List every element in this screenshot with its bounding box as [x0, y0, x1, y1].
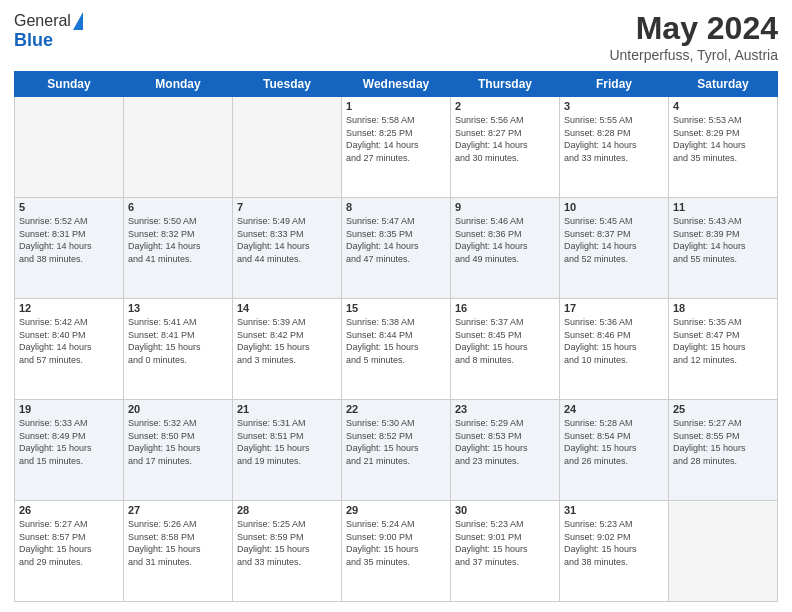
calendar-header-saturday: Saturday [669, 72, 778, 97]
calendar-header-tuesday: Tuesday [233, 72, 342, 97]
day-number: 21 [237, 403, 337, 415]
day-number: 3 [564, 100, 664, 112]
logo: General Blue [14, 10, 83, 51]
calendar-cell: 29Sunrise: 5:24 AM Sunset: 9:00 PM Dayli… [342, 501, 451, 602]
day-info: Sunrise: 5:55 AM Sunset: 8:28 PM Dayligh… [564, 114, 664, 164]
day-number: 22 [346, 403, 446, 415]
calendar-week-4: 19Sunrise: 5:33 AM Sunset: 8:49 PM Dayli… [15, 400, 778, 501]
day-info: Sunrise: 5:38 AM Sunset: 8:44 PM Dayligh… [346, 316, 446, 366]
calendar-cell: 26Sunrise: 5:27 AM Sunset: 8:57 PM Dayli… [15, 501, 124, 602]
calendar-cell: 1Sunrise: 5:58 AM Sunset: 8:25 PM Daylig… [342, 97, 451, 198]
calendar-cell: 22Sunrise: 5:30 AM Sunset: 8:52 PM Dayli… [342, 400, 451, 501]
day-info: Sunrise: 5:39 AM Sunset: 8:42 PM Dayligh… [237, 316, 337, 366]
calendar-cell [124, 97, 233, 198]
day-number: 30 [455, 504, 555, 516]
calendar-header-thursday: Thursday [451, 72, 560, 97]
day-info: Sunrise: 5:27 AM Sunset: 8:55 PM Dayligh… [673, 417, 773, 467]
day-number: 19 [19, 403, 119, 415]
main-title: May 2024 [609, 10, 778, 47]
day-info: Sunrise: 5:30 AM Sunset: 8:52 PM Dayligh… [346, 417, 446, 467]
calendar-cell: 28Sunrise: 5:25 AM Sunset: 8:59 PM Dayli… [233, 501, 342, 602]
calendar-cell: 21Sunrise: 5:31 AM Sunset: 8:51 PM Dayli… [233, 400, 342, 501]
calendar-cell: 23Sunrise: 5:29 AM Sunset: 8:53 PM Dayli… [451, 400, 560, 501]
day-info: Sunrise: 5:23 AM Sunset: 9:02 PM Dayligh… [564, 518, 664, 568]
day-info: Sunrise: 5:32 AM Sunset: 8:50 PM Dayligh… [128, 417, 228, 467]
calendar-cell: 18Sunrise: 5:35 AM Sunset: 8:47 PM Dayli… [669, 299, 778, 400]
day-info: Sunrise: 5:47 AM Sunset: 8:35 PM Dayligh… [346, 215, 446, 265]
day-number: 4 [673, 100, 773, 112]
logo-blue-text: Blue [14, 30, 53, 51]
calendar-cell: 2Sunrise: 5:56 AM Sunset: 8:27 PM Daylig… [451, 97, 560, 198]
day-number: 20 [128, 403, 228, 415]
calendar-cell: 25Sunrise: 5:27 AM Sunset: 8:55 PM Dayli… [669, 400, 778, 501]
day-number: 16 [455, 302, 555, 314]
calendar-cell: 6Sunrise: 5:50 AM Sunset: 8:32 PM Daylig… [124, 198, 233, 299]
day-info: Sunrise: 5:42 AM Sunset: 8:40 PM Dayligh… [19, 316, 119, 366]
calendar-cell: 4Sunrise: 5:53 AM Sunset: 8:29 PM Daylig… [669, 97, 778, 198]
calendar-header-row: SundayMondayTuesdayWednesdayThursdayFrid… [15, 72, 778, 97]
day-number: 11 [673, 201, 773, 213]
calendar-header-sunday: Sunday [15, 72, 124, 97]
day-info: Sunrise: 5:56 AM Sunset: 8:27 PM Dayligh… [455, 114, 555, 164]
calendar-cell: 30Sunrise: 5:23 AM Sunset: 9:01 PM Dayli… [451, 501, 560, 602]
calendar-cell: 7Sunrise: 5:49 AM Sunset: 8:33 PM Daylig… [233, 198, 342, 299]
day-info: Sunrise: 5:52 AM Sunset: 8:31 PM Dayligh… [19, 215, 119, 265]
calendar-cell: 5Sunrise: 5:52 AM Sunset: 8:31 PM Daylig… [15, 198, 124, 299]
calendar-cell: 13Sunrise: 5:41 AM Sunset: 8:41 PM Dayli… [124, 299, 233, 400]
calendar-cell: 24Sunrise: 5:28 AM Sunset: 8:54 PM Dayli… [560, 400, 669, 501]
day-number: 23 [455, 403, 555, 415]
day-info: Sunrise: 5:25 AM Sunset: 8:59 PM Dayligh… [237, 518, 337, 568]
calendar-cell [669, 501, 778, 602]
calendar-week-1: 1Sunrise: 5:58 AM Sunset: 8:25 PM Daylig… [15, 97, 778, 198]
calendar-cell: 10Sunrise: 5:45 AM Sunset: 8:37 PM Dayli… [560, 198, 669, 299]
day-number: 6 [128, 201, 228, 213]
title-section: May 2024 Unterperfuss, Tyrol, Austria [609, 10, 778, 63]
calendar-cell: 3Sunrise: 5:55 AM Sunset: 8:28 PM Daylig… [560, 97, 669, 198]
calendar-cell: 9Sunrise: 5:46 AM Sunset: 8:36 PM Daylig… [451, 198, 560, 299]
day-number: 13 [128, 302, 228, 314]
day-number: 15 [346, 302, 446, 314]
day-info: Sunrise: 5:26 AM Sunset: 8:58 PM Dayligh… [128, 518, 228, 568]
day-number: 8 [346, 201, 446, 213]
day-number: 7 [237, 201, 337, 213]
page: General Blue May 2024 Unterperfuss, Tyro… [0, 0, 792, 612]
day-number: 5 [19, 201, 119, 213]
day-number: 9 [455, 201, 555, 213]
day-info: Sunrise: 5:23 AM Sunset: 9:01 PM Dayligh… [455, 518, 555, 568]
calendar-header-friday: Friday [560, 72, 669, 97]
calendar-cell: 12Sunrise: 5:42 AM Sunset: 8:40 PM Dayli… [15, 299, 124, 400]
subtitle: Unterperfuss, Tyrol, Austria [609, 47, 778, 63]
calendar-header-wednesday: Wednesday [342, 72, 451, 97]
day-info: Sunrise: 5:45 AM Sunset: 8:37 PM Dayligh… [564, 215, 664, 265]
day-number: 26 [19, 504, 119, 516]
day-info: Sunrise: 5:53 AM Sunset: 8:29 PM Dayligh… [673, 114, 773, 164]
day-info: Sunrise: 5:41 AM Sunset: 8:41 PM Dayligh… [128, 316, 228, 366]
calendar-cell: 20Sunrise: 5:32 AM Sunset: 8:50 PM Dayli… [124, 400, 233, 501]
calendar-cell: 27Sunrise: 5:26 AM Sunset: 8:58 PM Dayli… [124, 501, 233, 602]
day-info: Sunrise: 5:49 AM Sunset: 8:33 PM Dayligh… [237, 215, 337, 265]
calendar-week-3: 12Sunrise: 5:42 AM Sunset: 8:40 PM Dayli… [15, 299, 778, 400]
calendar-cell: 17Sunrise: 5:36 AM Sunset: 8:46 PM Dayli… [560, 299, 669, 400]
calendar-week-2: 5Sunrise: 5:52 AM Sunset: 8:31 PM Daylig… [15, 198, 778, 299]
day-number: 2 [455, 100, 555, 112]
day-info: Sunrise: 5:43 AM Sunset: 8:39 PM Dayligh… [673, 215, 773, 265]
day-info: Sunrise: 5:31 AM Sunset: 8:51 PM Dayligh… [237, 417, 337, 467]
day-number: 29 [346, 504, 446, 516]
calendar-cell: 14Sunrise: 5:39 AM Sunset: 8:42 PM Dayli… [233, 299, 342, 400]
calendar-cell: 8Sunrise: 5:47 AM Sunset: 8:35 PM Daylig… [342, 198, 451, 299]
calendar-week-5: 26Sunrise: 5:27 AM Sunset: 8:57 PM Dayli… [15, 501, 778, 602]
day-number: 1 [346, 100, 446, 112]
day-info: Sunrise: 5:29 AM Sunset: 8:53 PM Dayligh… [455, 417, 555, 467]
calendar-table: SundayMondayTuesdayWednesdayThursdayFrid… [14, 71, 778, 602]
day-info: Sunrise: 5:50 AM Sunset: 8:32 PM Dayligh… [128, 215, 228, 265]
logo-general-text: General [14, 12, 71, 30]
day-number: 18 [673, 302, 773, 314]
day-info: Sunrise: 5:27 AM Sunset: 8:57 PM Dayligh… [19, 518, 119, 568]
calendar-header-monday: Monday [124, 72, 233, 97]
day-number: 17 [564, 302, 664, 314]
day-info: Sunrise: 5:24 AM Sunset: 9:00 PM Dayligh… [346, 518, 446, 568]
day-info: Sunrise: 5:46 AM Sunset: 8:36 PM Dayligh… [455, 215, 555, 265]
day-number: 31 [564, 504, 664, 516]
day-number: 25 [673, 403, 773, 415]
day-number: 12 [19, 302, 119, 314]
